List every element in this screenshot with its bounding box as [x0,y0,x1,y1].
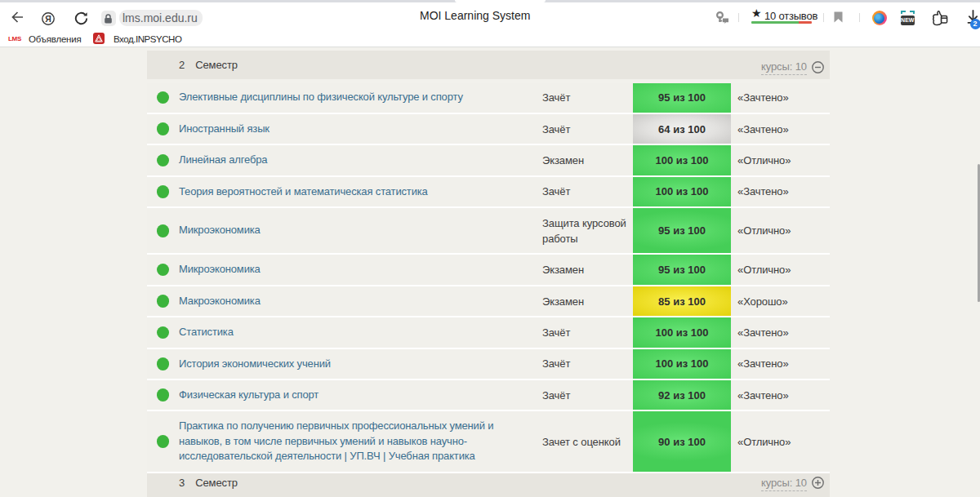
svg-text:Я: Я [45,13,51,23]
